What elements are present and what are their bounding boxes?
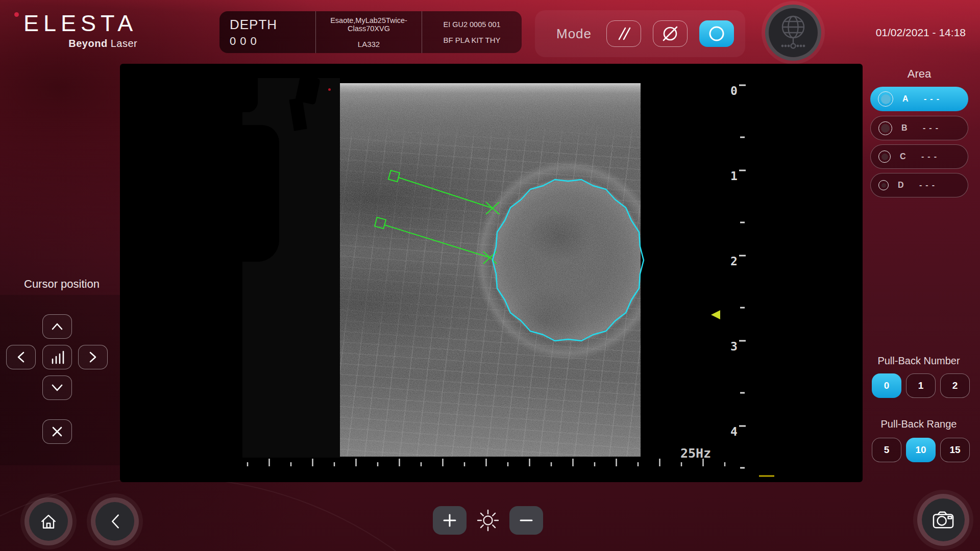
mode-circle-button[interactable] (699, 20, 734, 47)
chevron-right-icon (88, 349, 98, 365)
signal-bars-icon (49, 349, 65, 365)
svg-text:1: 1 (730, 169, 738, 183)
circle-icon (705, 22, 728, 45)
brand-name: ELESTA (16, 10, 137, 37)
area-row-c[interactable]: C --- (870, 144, 968, 169)
ultrasound-viewport[interactable]: 0 1 2 3 4 25Hz (120, 64, 863, 482)
radio-medium-icon (878, 121, 892, 135)
close-icon (51, 425, 64, 438)
orientation-dot (328, 88, 331, 91)
globe-icon (776, 13, 810, 53)
plus-icon (442, 513, 457, 528)
svg-text:2: 2 (730, 255, 738, 268)
mode-panel: Mode (535, 10, 745, 57)
minus-icon (519, 513, 534, 528)
pullback-range-10[interactable]: 10 (906, 438, 936, 462)
snapshot-button[interactable] (922, 498, 965, 541)
decorative-arc (0, 477, 556, 551)
cursor-up-button[interactable] (42, 314, 72, 339)
cursor-panel (0, 295, 149, 465)
cursor-down-button[interactable] (42, 375, 72, 400)
brand-tagline: Beyond Laser (16, 38, 137, 49)
pullback-number-2[interactable]: 2 (940, 373, 970, 398)
logo-dot-icon (14, 12, 19, 17)
area-row-value: --- (924, 94, 943, 104)
pullback-number-title: Pull-Back Number (863, 355, 975, 367)
circle-slash-icon (659, 22, 681, 45)
area-row-value: --- (919, 181, 938, 190)
radio-small-icon (878, 151, 891, 163)
cursor-center-button[interactable] (42, 345, 72, 369)
svg-text:3: 3 (730, 340, 738, 353)
pullback-number-0[interactable]: 0 (872, 373, 901, 398)
tagline-light: Laser (108, 38, 138, 49)
svg-text:0: 0 (730, 84, 738, 97)
area-row-value: --- (923, 123, 942, 133)
chevron-down-icon (50, 383, 65, 393)
area-row-label: C (900, 152, 910, 161)
device-section: Esaote,MyLab25Twice-Class70XVG LA332 (315, 11, 422, 53)
depth-section: DEPTH 000 (219, 11, 315, 53)
area-row-label: D (898, 181, 908, 190)
zoom-in-button[interactable] (433, 506, 467, 535)
home-button[interactable] (29, 502, 68, 541)
depth-label: DEPTH (230, 17, 315, 33)
cursor-close-button[interactable] (42, 419, 72, 444)
kit-serial: EI GU2 0005 001 (422, 20, 522, 29)
focus-marker-icon (711, 310, 720, 319)
mode-lines-button[interactable] (606, 20, 641, 47)
network-globe-button[interactable] (765, 5, 821, 61)
area-row-value: --- (921, 152, 940, 161)
kit-name: BF PLA KIT THY (422, 36, 522, 44)
kit-section: EI GU2 0005 001 BF PLA KIT THY (422, 11, 522, 53)
area-panel-title: Area (870, 67, 968, 81)
cursor-panel-title: Cursor position (24, 278, 100, 291)
radio-tiny-icon (878, 180, 889, 190)
depth-value: 000 (230, 35, 315, 48)
cursor-right-button[interactable] (78, 345, 108, 369)
near-field-shadow (242, 78, 340, 458)
back-button[interactable] (95, 502, 134, 541)
device-model: Esaote,MyLab25Twice-Class70XVG (316, 16, 422, 33)
exam-info-panel: DEPTH 000 Esaote,MyLab25Twice-Class70XVG… (219, 11, 522, 53)
tagline-bold: Beyond (68, 38, 107, 49)
camera-icon (932, 510, 955, 530)
pullback-range-5[interactable]: 5 (872, 438, 901, 462)
depth-ruler-ticks (739, 85, 746, 468)
double-slash-icon (612, 22, 635, 45)
area-row-label: B (901, 123, 912, 133)
depth-ruler: 0 1 2 3 4 (730, 84, 738, 438)
area-row-d[interactable]: D --- (870, 173, 968, 197)
mode-no-circle-button[interactable] (653, 20, 688, 47)
chevron-up-icon (50, 321, 65, 332)
pullback-number-1[interactable]: 1 (906, 373, 936, 398)
radio-large-icon (878, 91, 893, 107)
zoom-out-button[interactable] (509, 506, 543, 535)
brightness-icon (476, 508, 500, 533)
area-row-label: A (902, 94, 913, 104)
pullback-range-15[interactable]: 15 (940, 438, 970, 462)
elesta-logo: ELESTA Beyond Laser (16, 10, 137, 49)
svg-text:4: 4 (730, 425, 738, 438)
chevron-left-icon (16, 349, 26, 365)
echo-speckle (340, 83, 641, 457)
mode-label: Mode (556, 26, 592, 42)
back-chevron-icon (107, 511, 122, 532)
pullback-range-title: Pull-Back Range (863, 418, 975, 430)
area-row-b[interactable]: B --- (870, 116, 968, 140)
frequency-label: 25Hz (680, 446, 711, 461)
probe-model: LA332 (316, 40, 422, 48)
area-row-a[interactable]: A --- (870, 87, 968, 111)
datetime-display: 01/02/2021 - 14:18 (876, 27, 966, 39)
home-icon (38, 511, 59, 532)
bottom-ticks (248, 459, 725, 466)
cursor-left-button[interactable] (6, 345, 36, 369)
